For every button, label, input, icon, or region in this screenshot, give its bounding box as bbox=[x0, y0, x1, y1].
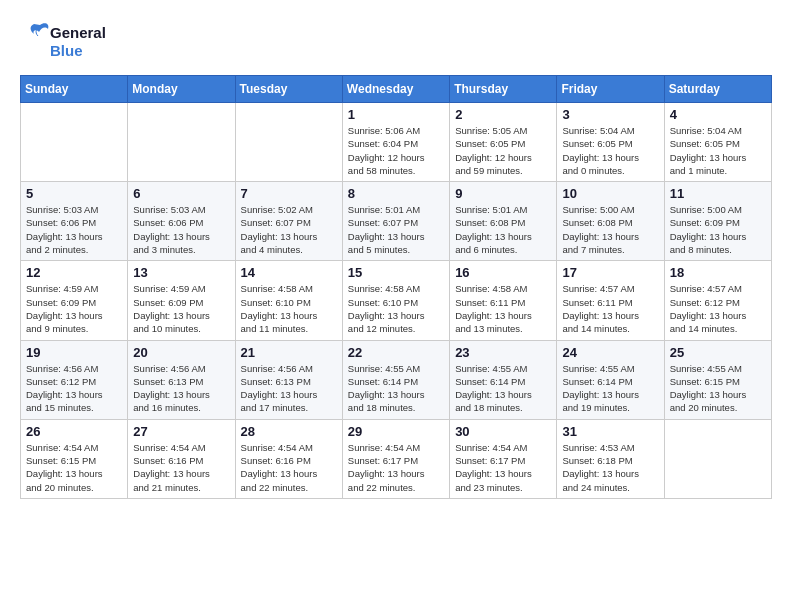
day-info: Sunrise: 5:05 AMSunset: 6:05 PMDaylight:… bbox=[455, 124, 551, 177]
day-number: 21 bbox=[241, 345, 337, 360]
calendar-cell: 27Sunrise: 4:54 AMSunset: 6:16 PMDayligh… bbox=[128, 419, 235, 498]
day-number: 7 bbox=[241, 186, 337, 201]
calendar-cell: 20Sunrise: 4:56 AMSunset: 6:13 PMDayligh… bbox=[128, 340, 235, 419]
day-info: Sunrise: 5:04 AMSunset: 6:05 PMDaylight:… bbox=[670, 124, 766, 177]
calendar-cell: 4Sunrise: 5:04 AMSunset: 6:05 PMDaylight… bbox=[664, 103, 771, 182]
day-info: Sunrise: 5:02 AMSunset: 6:07 PMDaylight:… bbox=[241, 203, 337, 256]
week-row-3: 12Sunrise: 4:59 AMSunset: 6:09 PMDayligh… bbox=[21, 261, 772, 340]
calendar-cell bbox=[128, 103, 235, 182]
calendar-cell: 23Sunrise: 4:55 AMSunset: 6:14 PMDayligh… bbox=[450, 340, 557, 419]
day-info: Sunrise: 4:58 AMSunset: 6:11 PMDaylight:… bbox=[455, 282, 551, 335]
day-number: 5 bbox=[26, 186, 122, 201]
weekday-header-saturday: Saturday bbox=[664, 76, 771, 103]
day-number: 18 bbox=[670, 265, 766, 280]
day-number: 17 bbox=[562, 265, 658, 280]
day-number: 26 bbox=[26, 424, 122, 439]
logo-svg: General Blue bbox=[20, 20, 130, 65]
week-row-4: 19Sunrise: 4:56 AMSunset: 6:12 PMDayligh… bbox=[21, 340, 772, 419]
day-number: 2 bbox=[455, 107, 551, 122]
day-info: Sunrise: 4:56 AMSunset: 6:13 PMDaylight:… bbox=[241, 362, 337, 415]
calendar-cell: 24Sunrise: 4:55 AMSunset: 6:14 PMDayligh… bbox=[557, 340, 664, 419]
week-row-5: 26Sunrise: 4:54 AMSunset: 6:15 PMDayligh… bbox=[21, 419, 772, 498]
calendar-cell: 12Sunrise: 4:59 AMSunset: 6:09 PMDayligh… bbox=[21, 261, 128, 340]
day-info: Sunrise: 4:55 AMSunset: 6:15 PMDaylight:… bbox=[670, 362, 766, 415]
day-number: 22 bbox=[348, 345, 444, 360]
svg-text:General: General bbox=[50, 24, 106, 41]
calendar-cell: 11Sunrise: 5:00 AMSunset: 6:09 PMDayligh… bbox=[664, 182, 771, 261]
day-info: Sunrise: 5:00 AMSunset: 6:08 PMDaylight:… bbox=[562, 203, 658, 256]
week-row-2: 5Sunrise: 5:03 AMSunset: 6:06 PMDaylight… bbox=[21, 182, 772, 261]
day-number: 25 bbox=[670, 345, 766, 360]
calendar-cell: 28Sunrise: 4:54 AMSunset: 6:16 PMDayligh… bbox=[235, 419, 342, 498]
day-info: Sunrise: 5:01 AMSunset: 6:08 PMDaylight:… bbox=[455, 203, 551, 256]
day-info: Sunrise: 5:03 AMSunset: 6:06 PMDaylight:… bbox=[133, 203, 229, 256]
day-number: 27 bbox=[133, 424, 229, 439]
weekday-header-sunday: Sunday bbox=[21, 76, 128, 103]
calendar-cell: 26Sunrise: 4:54 AMSunset: 6:15 PMDayligh… bbox=[21, 419, 128, 498]
day-info: Sunrise: 5:04 AMSunset: 6:05 PMDaylight:… bbox=[562, 124, 658, 177]
calendar-cell: 9Sunrise: 5:01 AMSunset: 6:08 PMDaylight… bbox=[450, 182, 557, 261]
weekday-header-row: SundayMondayTuesdayWednesdayThursdayFrid… bbox=[21, 76, 772, 103]
calendar-cell bbox=[235, 103, 342, 182]
svg-text:Blue: Blue bbox=[50, 42, 83, 59]
day-info: Sunrise: 4:57 AMSunset: 6:12 PMDaylight:… bbox=[670, 282, 766, 335]
day-number: 9 bbox=[455, 186, 551, 201]
logo: General Blue bbox=[20, 20, 130, 65]
calendar-cell bbox=[21, 103, 128, 182]
day-number: 8 bbox=[348, 186, 444, 201]
day-number: 1 bbox=[348, 107, 444, 122]
weekday-header-monday: Monday bbox=[128, 76, 235, 103]
weekday-header-friday: Friday bbox=[557, 76, 664, 103]
day-number: 6 bbox=[133, 186, 229, 201]
calendar-cell: 6Sunrise: 5:03 AMSunset: 6:06 PMDaylight… bbox=[128, 182, 235, 261]
day-number: 10 bbox=[562, 186, 658, 201]
calendar-cell: 18Sunrise: 4:57 AMSunset: 6:12 PMDayligh… bbox=[664, 261, 771, 340]
day-info: Sunrise: 4:59 AMSunset: 6:09 PMDaylight:… bbox=[133, 282, 229, 335]
day-number: 28 bbox=[241, 424, 337, 439]
day-number: 14 bbox=[241, 265, 337, 280]
day-info: Sunrise: 4:58 AMSunset: 6:10 PMDaylight:… bbox=[348, 282, 444, 335]
day-number: 15 bbox=[348, 265, 444, 280]
weekday-header-thursday: Thursday bbox=[450, 76, 557, 103]
day-number: 12 bbox=[26, 265, 122, 280]
day-number: 30 bbox=[455, 424, 551, 439]
day-number: 11 bbox=[670, 186, 766, 201]
calendar-cell: 30Sunrise: 4:54 AMSunset: 6:17 PMDayligh… bbox=[450, 419, 557, 498]
calendar-cell bbox=[664, 419, 771, 498]
day-info: Sunrise: 5:01 AMSunset: 6:07 PMDaylight:… bbox=[348, 203, 444, 256]
day-info: Sunrise: 5:06 AMSunset: 6:04 PMDaylight:… bbox=[348, 124, 444, 177]
calendar-cell: 15Sunrise: 4:58 AMSunset: 6:10 PMDayligh… bbox=[342, 261, 449, 340]
day-info: Sunrise: 4:58 AMSunset: 6:10 PMDaylight:… bbox=[241, 282, 337, 335]
calendar-cell: 1Sunrise: 5:06 AMSunset: 6:04 PMDaylight… bbox=[342, 103, 449, 182]
calendar-cell: 5Sunrise: 5:03 AMSunset: 6:06 PMDaylight… bbox=[21, 182, 128, 261]
calendar-cell: 29Sunrise: 4:54 AMSunset: 6:17 PMDayligh… bbox=[342, 419, 449, 498]
day-number: 19 bbox=[26, 345, 122, 360]
calendar-cell: 7Sunrise: 5:02 AMSunset: 6:07 PMDaylight… bbox=[235, 182, 342, 261]
calendar-cell: 21Sunrise: 4:56 AMSunset: 6:13 PMDayligh… bbox=[235, 340, 342, 419]
day-info: Sunrise: 4:55 AMSunset: 6:14 PMDaylight:… bbox=[455, 362, 551, 415]
day-info: Sunrise: 5:00 AMSunset: 6:09 PMDaylight:… bbox=[670, 203, 766, 256]
day-info: Sunrise: 4:56 AMSunset: 6:13 PMDaylight:… bbox=[133, 362, 229, 415]
calendar-cell: 3Sunrise: 5:04 AMSunset: 6:05 PMDaylight… bbox=[557, 103, 664, 182]
day-info: Sunrise: 4:54 AMSunset: 6:16 PMDaylight:… bbox=[133, 441, 229, 494]
page-header: General Blue bbox=[20, 20, 772, 65]
day-info: Sunrise: 4:54 AMSunset: 6:16 PMDaylight:… bbox=[241, 441, 337, 494]
day-info: Sunrise: 4:54 AMSunset: 6:17 PMDaylight:… bbox=[455, 441, 551, 494]
calendar-cell: 31Sunrise: 4:53 AMSunset: 6:18 PMDayligh… bbox=[557, 419, 664, 498]
week-row-1: 1Sunrise: 5:06 AMSunset: 6:04 PMDaylight… bbox=[21, 103, 772, 182]
day-info: Sunrise: 4:55 AMSunset: 6:14 PMDaylight:… bbox=[348, 362, 444, 415]
day-info: Sunrise: 4:54 AMSunset: 6:15 PMDaylight:… bbox=[26, 441, 122, 494]
day-info: Sunrise: 4:53 AMSunset: 6:18 PMDaylight:… bbox=[562, 441, 658, 494]
day-number: 29 bbox=[348, 424, 444, 439]
day-number: 16 bbox=[455, 265, 551, 280]
day-number: 13 bbox=[133, 265, 229, 280]
day-number: 4 bbox=[670, 107, 766, 122]
day-number: 23 bbox=[455, 345, 551, 360]
day-info: Sunrise: 4:59 AMSunset: 6:09 PMDaylight:… bbox=[26, 282, 122, 335]
day-info: Sunrise: 4:57 AMSunset: 6:11 PMDaylight:… bbox=[562, 282, 658, 335]
calendar-cell: 19Sunrise: 4:56 AMSunset: 6:12 PMDayligh… bbox=[21, 340, 128, 419]
weekday-header-wednesday: Wednesday bbox=[342, 76, 449, 103]
calendar-cell: 25Sunrise: 4:55 AMSunset: 6:15 PMDayligh… bbox=[664, 340, 771, 419]
day-info: Sunrise: 5:03 AMSunset: 6:06 PMDaylight:… bbox=[26, 203, 122, 256]
day-info: Sunrise: 4:56 AMSunset: 6:12 PMDaylight:… bbox=[26, 362, 122, 415]
